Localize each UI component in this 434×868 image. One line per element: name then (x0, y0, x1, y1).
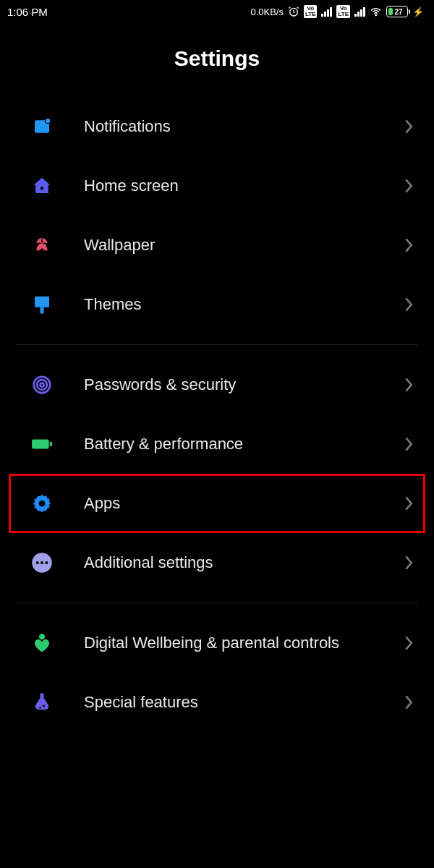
settings-row-themes[interactable]: Themes (0, 275, 434, 334)
chevron-right-icon (404, 635, 414, 651)
settings-group-1: Notifications Home screen Wallpaper Them… (0, 97, 434, 334)
settings-group-2: Passwords & security Battery & performan… (0, 355, 434, 592)
wifi-icon (370, 6, 382, 18)
notifications-icon (27, 116, 56, 137)
settings-row-label: Notifications (84, 116, 404, 137)
gear-icon (27, 493, 56, 514)
svg-point-15 (41, 561, 43, 564)
svg-rect-4 (41, 187, 43, 190)
fingerprint-icon (27, 374, 56, 396)
settings-row-passwords-security[interactable]: Passwords & security (0, 355, 434, 414)
status-bar: 1:06 PM 0.0KB/s VoLTE VoLTE 27 ⚡ (0, 0, 434, 23)
settings-row-label: Special features (84, 692, 404, 712)
ellipsis-icon (27, 552, 56, 574)
svg-point-14 (36, 561, 39, 564)
svg-point-16 (45, 561, 48, 564)
settings-row-label: Home screen (84, 176, 404, 196)
settings-row-label: Digital Wellbeing & parental controls (84, 633, 404, 653)
volte-badge-1: VoLTE (304, 5, 318, 18)
chevron-right-icon (404, 237, 414, 253)
chevron-right-icon (404, 119, 414, 135)
flask-icon (27, 692, 56, 713)
settings-row-additional[interactable]: Additional settings (0, 533, 434, 592)
svg-rect-10 (32, 440, 49, 449)
svg-point-12 (39, 501, 46, 507)
settings-row-label: Battery & performance (84, 434, 404, 454)
settings-row-label: Wallpaper (84, 235, 404, 255)
battery-icon (27, 433, 56, 455)
settings-row-label: Additional settings (84, 553, 404, 573)
wallpaper-icon (27, 234, 56, 256)
settings-row-wellbeing[interactable]: Digital Wellbeing & parental controls (0, 613, 434, 673)
battery-indicator: 27 (386, 6, 408, 17)
settings-row-label: Apps (84, 493, 404, 514)
settings-row-notifications[interactable]: Notifications (0, 97, 434, 156)
settings-row-apps[interactable]: Apps (9, 474, 425, 533)
divider (16, 344, 418, 345)
svg-rect-5 (35, 297, 49, 307)
chevron-right-icon (404, 555, 414, 571)
svg-rect-11 (50, 442, 52, 446)
chevron-right-icon (404, 377, 414, 393)
settings-row-special[interactable]: Special features (0, 673, 434, 732)
alarm-icon (288, 6, 299, 17)
svg-point-17 (39, 634, 45, 639)
signal-bars-1 (321, 7, 332, 17)
page-title: Settings (0, 46, 434, 71)
volte-badge-2: VoLTE (336, 5, 350, 18)
chevron-right-icon (404, 297, 414, 312)
settings-row-home-screen[interactable]: Home screen (0, 156, 434, 216)
svg-point-3 (45, 118, 51, 124)
settings-row-label: Passwords & security (84, 375, 404, 395)
svg-point-18 (43, 705, 45, 707)
divider (16, 603, 418, 603)
chevron-right-icon (404, 436, 414, 452)
svg-point-9 (41, 383, 44, 387)
svg-point-8 (37, 380, 47, 390)
chevron-right-icon (404, 495, 414, 511)
settings-row-wallpaper[interactable]: Wallpaper (0, 216, 434, 275)
settings-group-3: Digital Wellbeing & parental controls Sp… (0, 613, 434, 732)
themes-icon (27, 294, 56, 315)
signal-bars-2 (354, 7, 365, 17)
status-net-speed: 0.0KB/s (250, 7, 284, 17)
svg-rect-6 (41, 307, 44, 314)
charging-icon: ⚡ (412, 7, 424, 17)
svg-point-1 (375, 14, 377, 15)
chevron-right-icon (404, 694, 414, 710)
svg-point-19 (39, 707, 41, 709)
settings-row-label: Themes (84, 294, 404, 315)
status-time: 1:06 PM (7, 6, 48, 18)
chevron-right-icon (404, 178, 414, 194)
home-icon (27, 175, 56, 197)
heart-icon (27, 632, 56, 654)
settings-row-battery[interactable]: Battery & performance (0, 414, 434, 474)
